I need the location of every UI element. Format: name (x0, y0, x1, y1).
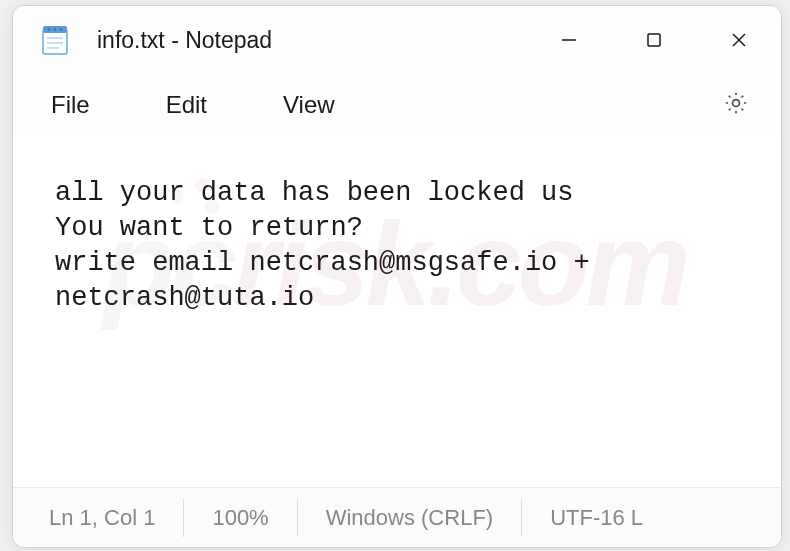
maximize-button[interactable] (611, 6, 696, 74)
svg-rect-0 (43, 30, 67, 54)
menubar: File Edit View (13, 74, 781, 136)
window-title: info.txt - Notepad (97, 27, 526, 54)
window-controls (526, 6, 781, 74)
close-button[interactable] (696, 6, 781, 74)
menu-edit[interactable]: Edit (146, 81, 227, 129)
gear-icon (723, 102, 749, 119)
svg-point-4 (60, 28, 62, 30)
text-editor[interactable]: all your data has been locked us You wan… (13, 136, 781, 487)
svg-point-12 (733, 100, 740, 107)
status-encoding: UTF-16 L (522, 499, 671, 537)
svg-point-3 (54, 28, 56, 30)
notepad-icon (41, 24, 69, 56)
settings-button[interactable] (709, 82, 763, 128)
notepad-window: info.txt - Notepad File Edit View (12, 5, 782, 548)
titlebar: info.txt - Notepad (13, 6, 781, 74)
menu-view[interactable]: View (263, 81, 355, 129)
svg-point-2 (48, 28, 50, 30)
status-cursor-position: Ln 1, Col 1 (13, 499, 184, 537)
svg-rect-9 (648, 34, 660, 46)
menu-file[interactable]: File (31, 81, 110, 129)
status-line-ending: Windows (CRLF) (298, 499, 522, 537)
statusbar: Ln 1, Col 1 100% Windows (CRLF) UTF-16 L (13, 487, 781, 547)
status-zoom: 100% (184, 499, 297, 537)
minimize-button[interactable] (526, 6, 611, 74)
